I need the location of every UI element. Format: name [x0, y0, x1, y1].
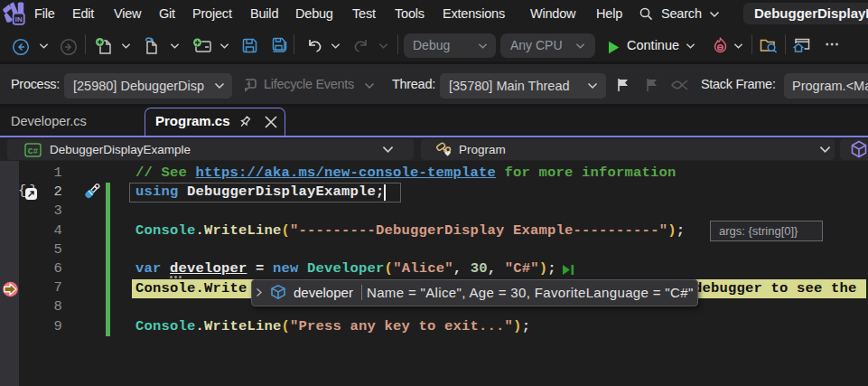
svg-text:C#: C#: [28, 146, 39, 156]
svg-text:IN: IN: [15, 15, 23, 24]
